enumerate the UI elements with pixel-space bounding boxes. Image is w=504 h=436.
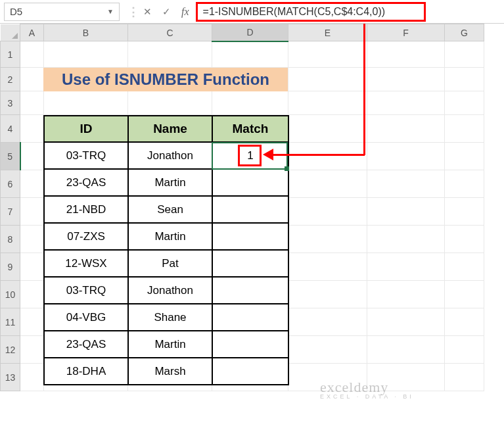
col-header-D[interactable]: D — [212, 24, 288, 41]
col-header-A[interactable]: A — [20, 24, 44, 41]
fx-icon[interactable]: fx — [181, 6, 189, 18]
row-header-6[interactable]: 6 — [1, 170, 20, 198]
col-header-C[interactable]: C — [128, 24, 212, 41]
page-title: Use of ISNUMBER Function — [43, 68, 288, 91]
row-header-10[interactable]: 10 — [1, 281, 20, 308]
table-header-match[interactable]: Match — [212, 116, 288, 142]
watermark-sub: EXCEL · DATA · BI — [320, 393, 414, 400]
separator-icon: ⋮ — [127, 5, 139, 19]
table-row: 04-VBGShane — [44, 304, 288, 331]
row-header-12[interactable]: 12 — [1, 336, 20, 364]
table-row: 07-ZXSMartin — [44, 223, 288, 250]
formula-bar-buttons: ✕ ✓ fx — [143, 6, 189, 18]
formula-bar: D5 ▼ ⋮ ✕ ✓ fx =1-ISNUMBER(MATCH(C5,C$4:C… — [0, 0, 504, 24]
row-header-9[interactable]: 9 — [1, 253, 20, 281]
row-header-1[interactable]: 1 — [1, 41, 20, 68]
table-row: 03-TRQJonathon — [44, 277, 288, 304]
name-box-value: D5 — [10, 6, 107, 17]
row-header-13[interactable]: 13 — [1, 364, 20, 391]
row-header-4[interactable]: 4 — [1, 115, 20, 143]
col-header-B[interactable]: B — [44, 24, 128, 41]
data-table: ID Name Match 03-TRQJonathon1 23-QASMart… — [43, 115, 289, 385]
table-row: 23-QASMartin — [44, 331, 288, 358]
table-row: 12-WSXPat — [44, 250, 288, 277]
row-header-7[interactable]: 7 — [1, 198, 20, 226]
row-header-11[interactable]: 11 — [1, 308, 20, 336]
table-row: 18-DHAMarsh — [44, 358, 288, 385]
table-row: 03-TRQJonathon1 — [44, 142, 288, 169]
table-row: 23-QASMartin — [44, 169, 288, 196]
table-header-id[interactable]: ID — [44, 116, 128, 142]
select-all-corner[interactable] — [1, 24, 20, 41]
col-header-F[interactable]: F — [367, 24, 445, 41]
row-header-5[interactable]: 5 — [1, 143, 20, 170]
callout-connector-v — [363, 24, 365, 155]
chevron-down-icon[interactable]: ▼ — [107, 8, 114, 15]
sheet-area: A B C D E F G 1 2 3 4 5 6 7 8 9 10 11 12… — [0, 24, 504, 391]
callout-connector-h — [272, 154, 365, 156]
formula-input-wrap: =1-ISNUMBER(MATCH(C5,C$4:C4,0)) — [196, 0, 504, 23]
table-header-name[interactable]: Name — [128, 116, 212, 142]
col-header-G[interactable]: G — [445, 24, 484, 41]
row-header-8[interactable]: 8 — [1, 226, 20, 253]
arrow-left-icon — [263, 149, 273, 160]
formula-input[interactable]: =1-ISNUMBER(MATCH(C5,C$4:C4,0)) — [196, 2, 426, 22]
table-row: 21-NBDSean — [44, 196, 288, 223]
cancel-icon[interactable]: ✕ — [143, 6, 152, 18]
row-header-3[interactable]: 3 — [1, 91, 20, 115]
row-header-2[interactable]: 2 — [1, 68, 20, 91]
name-box[interactable]: D5 ▼ — [4, 3, 120, 21]
enter-icon[interactable]: ✓ — [162, 6, 171, 18]
col-header-E[interactable]: E — [288, 24, 367, 41]
